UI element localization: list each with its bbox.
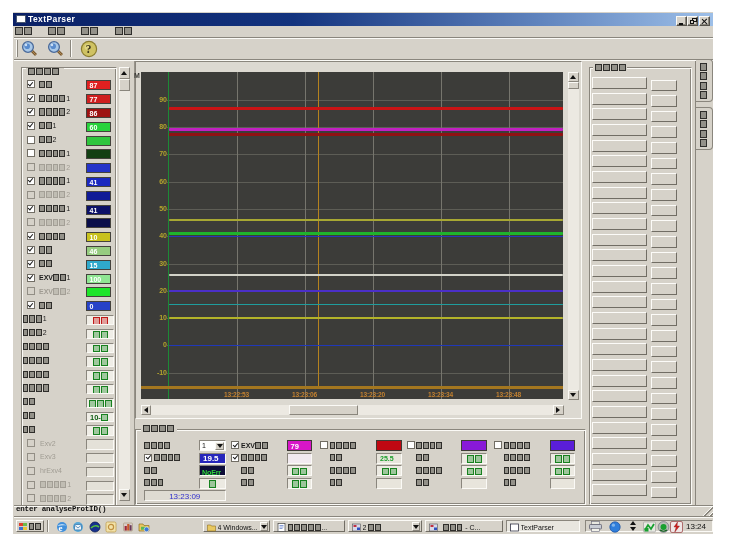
svg-text:e: e	[59, 522, 63, 532]
svg-text:?: ?	[86, 43, 92, 55]
